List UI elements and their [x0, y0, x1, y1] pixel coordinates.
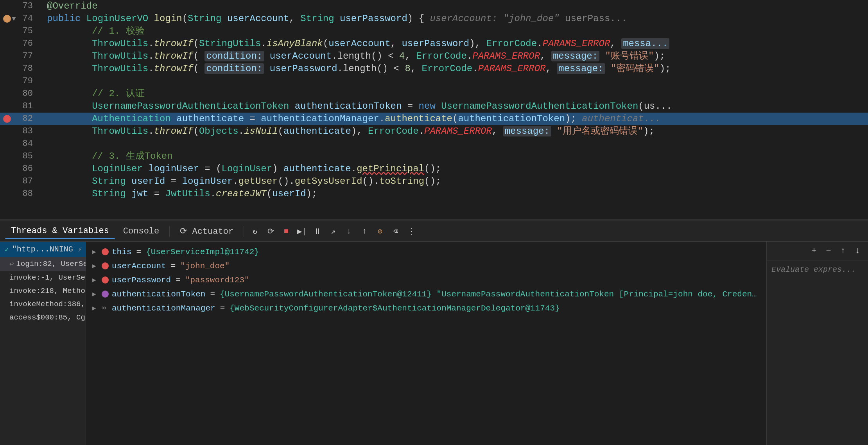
line-number-87: 87 — [0, 175, 39, 188]
run-to-cursor-button[interactable]: ⊘ — [373, 224, 387, 239]
var-icon-1 — [102, 262, 109, 269]
code-line-88: 88 String jwt = JwtUtils.createJWT(userI… — [0, 188, 868, 200]
var-value-2: "password123" — [185, 276, 249, 285]
var-expand-arrow-1[interactable]: ▶ — [92, 262, 99, 270]
line-num-text-75: 75 — [23, 25, 33, 38]
code-content-88: String jwt = JwtUtils.createJWT(userId); — [39, 188, 868, 200]
stop-button[interactable]: ■ — [279, 224, 293, 239]
thread-subitem-label-1: login:82, UserServiceImpl — [16, 260, 86, 268]
code-content-80: // 2. 认证 — [39, 88, 868, 100]
var-value-1: "john_doe" — [180, 262, 230, 271]
line-num-text-86: 86 — [23, 163, 33, 175]
line-number-84: 84 — [0, 138, 39, 150]
code-line-84: 84 — [0, 138, 868, 150]
line-num-text-80: 80 — [23, 88, 33, 100]
line-num-text-76: 76 — [23, 38, 33, 50]
code-line-78: 78 ThrowUtils.throwIf( condition: userPa… — [0, 63, 868, 75]
eval-minus-button[interactable]: − — [823, 244, 834, 257]
thread-subitem-4[interactable]: invokeMethod:386, CGlib — [0, 298, 86, 311]
var-name-4: authenticationManager — [112, 304, 215, 313]
tab-actuator[interactable]: ⟳ Actuator — [174, 224, 240, 239]
eval-up-button[interactable]: ↑ — [838, 244, 849, 257]
var-name-1: userAccount — [112, 262, 166, 271]
code-line-73: 73@Override — [0, 0, 868, 13]
var-expand-arrow-3[interactable]: ▶ — [92, 290, 99, 298]
variables-panel: ▶this = {UserServiceImpl@11742}▶userAcco… — [86, 242, 766, 445]
more-button[interactable]: ⋮ — [404, 224, 418, 239]
code-line-82: 82 Authentication authenticate = authent… — [0, 113, 868, 125]
line-number-82: 82 — [0, 113, 39, 125]
step-over-button[interactable]: ↗ — [326, 224, 340, 239]
var-item-1[interactable]: ▶userAccount = "john_doe" — [86, 259, 766, 273]
code-line-85: 85 // 3. 生成Token — [0, 150, 868, 163]
var-value-0: {UserServiceImpl@11742} — [146, 248, 259, 257]
step-into-button[interactable]: ↓ — [342, 224, 356, 239]
code-content-86: LoginUser loginUser = (LoginUser) authen… — [39, 163, 868, 175]
refresh-button[interactable]: ↻ — [248, 224, 262, 239]
code-content-79 — [39, 75, 868, 88]
var-eq-3: = — [210, 290, 215, 299]
line-number-85: 85 — [0, 150, 39, 163]
code-content-73: @Override — [39, 0, 868, 13]
var-icon-2 — [102, 276, 109, 284]
line-number-78: 78 — [0, 63, 39, 75]
var-item-4[interactable]: ▶∞authenticationManager = {WebSecurityCo… — [86, 301, 766, 315]
var-eq-2: = — [176, 276, 181, 285]
evaluate-toolbar: + − ↑ ↓ — [767, 242, 868, 260]
eval-add-button[interactable]: + — [808, 244, 820, 257]
thread-subitem-1[interactable]: ↩login:82, UserServiceImpl — [0, 257, 86, 271]
code-line-74: 74▼public LoginUserVO login(String userA… — [0, 13, 868, 25]
breakpoint-icon-82[interactable] — [3, 115, 11, 123]
var-expand-arrow-2[interactable]: ▶ — [92, 276, 99, 284]
line-number-88: 88 — [0, 188, 39, 200]
debug-content: ✓"http...NNING⚡▾↩login:82, UserServiceIm… — [0, 242, 868, 445]
var-item-2[interactable]: ▶userPassword = "password123" — [86, 273, 766, 287]
var-item-3[interactable]: ▶authenticationToken = {UsernamePassword… — [86, 287, 766, 301]
thread-subitem-label-5: access$000:85, CglibAot — [9, 313, 86, 322]
code-content-85: // 3. 生成Token — [39, 150, 868, 163]
tab-threads-variables[interactable]: Threads & Variables — [5, 224, 115, 239]
arrow-icon-74: ▼ — [12, 13, 16, 25]
line-number-73: 73 — [0, 0, 39, 13]
thread-subitem-3[interactable]: invoke:218, MethodProxy — [0, 284, 86, 298]
thread-filter-icon-0[interactable]: ⚡ — [78, 245, 82, 254]
thread-subitem-5[interactable]: access$000:85, CglibAot — [0, 311, 86, 324]
step-out-button[interactable]: ↑ — [357, 224, 371, 239]
clear-button[interactable]: ⌫ — [389, 224, 403, 239]
thread-subitem-label-2: invoke:-1, UserServiceImp — [9, 273, 86, 282]
code-line-80: 80 // 2. 认证 — [0, 88, 868, 100]
thread-subitem-2[interactable]: invoke:-1, UserServiceImp — [0, 271, 86, 284]
code-line-87: 87 String userId = loginUser.getUser().g… — [0, 175, 868, 188]
code-content-83: ThrowUtils.throwIf(Objects.isNull(authen… — [39, 125, 868, 138]
resume-button[interactable]: ▶| — [295, 224, 309, 239]
var-expand-arrow-0[interactable]: ▶ — [92, 248, 99, 256]
line-num-text-77: 77 — [23, 50, 33, 63]
code-line-76: 76 ThrowUtils.throwIf(StringUtils.isAnyB… — [0, 38, 868, 50]
code-content-87: String userId = loginUser.getUser().getS… — [39, 175, 868, 188]
toolbar-divider-1 — [169, 226, 170, 237]
eval-down-button[interactable]: ↓ — [852, 244, 863, 257]
tab-console[interactable]: Console — [117, 224, 165, 239]
code-editor: 73@Override74▼public LoginUserVO login(S… — [0, 0, 868, 219]
var-expand-arrow-4[interactable]: ▶ — [92, 304, 99, 312]
toolbar-divider-2 — [244, 226, 244, 237]
line-num-text-88: 88 — [23, 188, 33, 200]
threads-panel: ✓"http...NNING⚡▾↩login:82, UserServiceIm… — [0, 242, 86, 445]
var-name-3: authenticationToken — [112, 290, 205, 299]
pause-button[interactable]: ⏸ — [310, 224, 325, 239]
code-content-82: Authentication authenticate = authentica… — [39, 113, 868, 125]
line-num-text-83: 83 — [23, 125, 33, 138]
line-number-81: 81 — [0, 100, 39, 113]
thread-arrow-icon-1: ↩ — [9, 259, 14, 269]
code-line-81: 81 UsernamePasswordAuthenticationToken a… — [0, 100, 868, 113]
breakpoint-icon-74[interactable] — [3, 15, 11, 23]
var-eq-4: = — [220, 304, 225, 313]
thread-item-0[interactable]: ✓"http...NNING⚡▾ — [0, 242, 86, 257]
var-item-0[interactable]: ▶this = {UserServiceImpl@11742} — [86, 245, 766, 259]
line-number-86: 86 — [0, 163, 39, 175]
refresh2-button[interactable]: ⟳ — [264, 224, 278, 239]
thread-label-0: "http...NNING — [12, 245, 73, 254]
evaluate-input[interactable]: Evaluate expres... — [767, 260, 868, 445]
line-number-83: 83 — [0, 125, 39, 138]
code-line-83: 83 ThrowUtils.throwIf(Objects.isNull(aut… — [0, 125, 868, 138]
